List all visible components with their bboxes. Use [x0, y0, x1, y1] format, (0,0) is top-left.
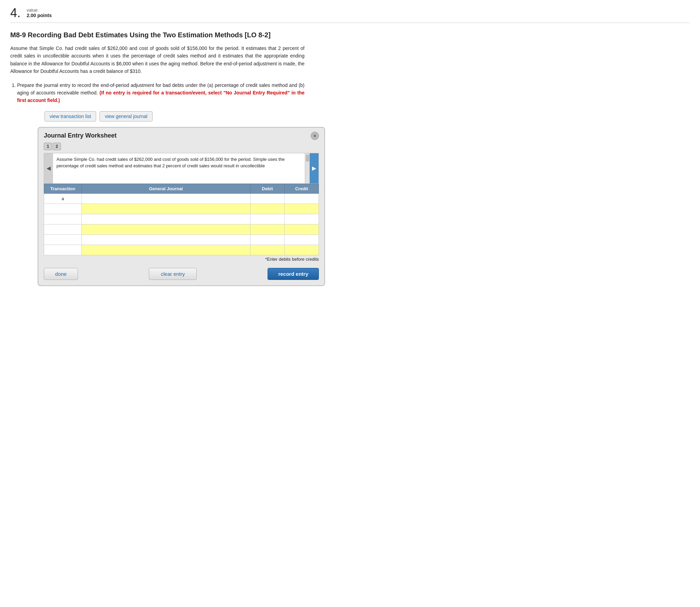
credit-cell[interactable]	[285, 214, 319, 224]
journal-table: Transaction General Journal Debit Credit…	[44, 184, 319, 255]
table-row	[44, 224, 319, 234]
question-header: 4. value: 2.00 points	[10, 7, 690, 23]
transaction-cell[interactable]	[44, 245, 82, 255]
close-button[interactable]: ×	[311, 132, 319, 140]
scroll-bar	[305, 153, 310, 183]
table-row	[44, 214, 319, 224]
worksheet-container: Journal Entry Worksheet × 1 2 ◀ Assume S…	[38, 127, 325, 286]
scroll-area: ◀ Assume Simple Co. had credit sales of …	[44, 153, 319, 184]
header-transaction: Transaction	[44, 184, 82, 193]
table-row	[44, 245, 319, 255]
transaction-cell[interactable]	[44, 224, 82, 234]
bottom-buttons: done clear entry record entry	[38, 264, 324, 280]
scroll-right-button[interactable]: ▶	[310, 153, 319, 183]
action-buttons: view transaction list view general journ…	[44, 111, 690, 121]
transaction-cell[interactable]	[44, 214, 82, 224]
general-journal-cell[interactable]	[82, 193, 250, 204]
debit-cell[interactable]	[250, 224, 285, 234]
debit-cell[interactable]	[250, 245, 285, 255]
table-row: a	[44, 193, 319, 204]
worksheet-header: Journal Entry Worksheet ×	[38, 128, 324, 143]
debit-cell[interactable]	[250, 204, 285, 214]
credit-cell[interactable]	[285, 204, 319, 214]
value-label: value:	[27, 8, 52, 13]
general-journal-cell[interactable]	[82, 214, 250, 224]
scroll-thumb	[306, 155, 309, 162]
enter-credits-note: *Enter debits before credits	[38, 255, 324, 264]
done-button[interactable]: done	[44, 268, 78, 280]
credit-cell[interactable]	[285, 224, 319, 234]
scroll-text: Assume Simple Co. had credit sales of $2…	[53, 153, 305, 183]
question-value: value: 2.00 points	[27, 8, 52, 18]
tab-1[interactable]: 1	[44, 143, 52, 150]
value-amount: 2.00 points	[27, 13, 52, 18]
general-journal-cell[interactable]	[82, 245, 250, 255]
problem-title: M8-9 Recording Bad Debt Estimates Using …	[10, 31, 690, 39]
transaction-cell[interactable]	[44, 234, 82, 245]
view-transaction-list-button[interactable]: view transaction list	[44, 111, 96, 121]
tab-row: 1 2	[38, 143, 324, 153]
header-general-journal: General Journal	[82, 184, 250, 193]
general-journal-cell[interactable]	[82, 234, 250, 245]
transaction-cell[interactable]	[44, 204, 82, 214]
transaction-cell[interactable]: a	[44, 193, 82, 204]
scroll-left-button[interactable]: ◀	[44, 153, 53, 183]
credit-cell[interactable]	[285, 193, 319, 204]
clear-entry-button[interactable]: clear entry	[149, 268, 197, 280]
header-credit: Credit	[285, 184, 319, 193]
table-row	[44, 234, 319, 245]
header-debit: Debit	[250, 184, 285, 193]
debit-cell[interactable]	[250, 214, 285, 224]
debit-cell[interactable]	[250, 234, 285, 245]
record-entry-button[interactable]: record entry	[268, 268, 319, 280]
question-number: 4.	[10, 7, 21, 19]
tab-2[interactable]: 2	[53, 143, 61, 150]
problem-body: Assume that Simple Co. had credit sales …	[10, 44, 304, 75]
view-general-journal-button[interactable]: view general journal	[100, 111, 153, 121]
credit-cell[interactable]	[285, 245, 319, 255]
worksheet-title: Journal Entry Worksheet	[44, 132, 117, 139]
debit-cell[interactable]	[250, 193, 285, 204]
instructions: Prepare the journal entry to record the …	[10, 81, 304, 104]
general-journal-cell[interactable]	[82, 204, 250, 214]
general-journal-cell[interactable]	[82, 224, 250, 234]
table-row	[44, 204, 319, 214]
credit-cell[interactable]	[285, 234, 319, 245]
